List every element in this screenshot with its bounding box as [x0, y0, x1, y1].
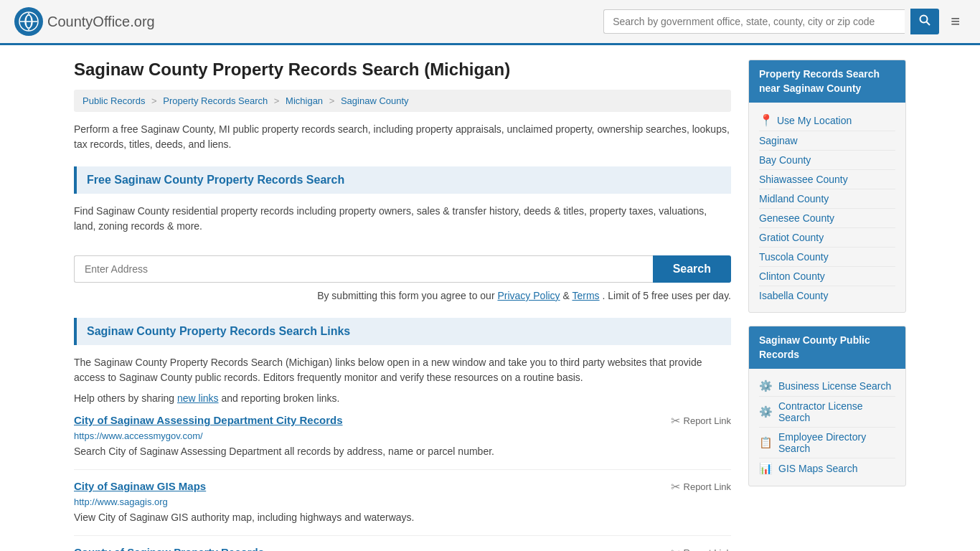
- sidebar-nearby-midland-county[interactable]: Midland County: [759, 189, 895, 209]
- link-url-1: https://www.accessmygov.com/: [74, 430, 731, 441]
- link-entry-1: City of Saginaw Assessing Department Cit…: [74, 414, 731, 470]
- nearby-box-title: Property Records Search near Saginaw Cou…: [749, 60, 905, 103]
- logo-area: CountyOffice.org: [14, 7, 155, 36]
- link-entry-header-2: City of Saginaw GIS Maps ✂ Report Link: [74, 480, 731, 494]
- breadcrumb-link-public-records[interactable]: Public Records: [83, 95, 145, 106]
- privacy-policy-link[interactable]: Privacy Policy: [497, 290, 560, 301]
- nearby-box: Property Records Search near Saginaw Cou…: [748, 60, 906, 313]
- content-area: Saginaw County Property Records Search (…: [74, 60, 731, 551]
- chart-icon: 📊: [759, 462, 773, 475]
- link-title-1[interactable]: City of Saginaw Assessing Department Cit…: [74, 414, 343, 426]
- sidebar-business-license-search[interactable]: ⚙️ Business License Search: [759, 376, 895, 397]
- logo-text: CountyOffice.org: [47, 14, 155, 30]
- address-search-row: Search: [74, 255, 731, 283]
- gear-icon-1: ⚙️: [759, 380, 773, 392]
- svg-line-4: [927, 22, 930, 26]
- public-records-box-body: ⚙️ Business License Search ⚙️ Contractor…: [749, 369, 905, 486]
- search-button[interactable]: Search: [653, 255, 731, 283]
- report-link-button-3[interactable]: ✂ Report Link: [671, 546, 731, 551]
- public-records-box: Saginaw County Public Records ⚙️ Busines…: [748, 326, 906, 486]
- gear-icon-2: ⚙️: [759, 405, 773, 418]
- page-title: Saginaw County Property Records Search (…: [74, 60, 731, 80]
- link-entry-3: County of Saginaw Property Records ✂ Rep…: [74, 546, 731, 551]
- report-link-button-1[interactable]: ✂ Report Link: [671, 414, 731, 428]
- links-section-header: Saginaw County Property Records Search L…: [74, 318, 731, 345]
- sidebar-contractor-license-search[interactable]: ⚙️ Contractor License Search: [759, 397, 895, 428]
- sidebar-gis-maps-search[interactable]: 📊 GIS Maps Search: [759, 458, 895, 479]
- free-search-section: Free Saginaw County Property Records Sea…: [74, 166, 731, 303]
- list-icon: 📋: [759, 436, 773, 449]
- report-icon-2: ✂: [671, 480, 680, 494]
- sidebar-nearby-gratiot-county[interactable]: Gratiot County: [759, 228, 895, 248]
- sidebar-nearby-shiawassee-county[interactable]: Shiawassee County: [759, 170, 895, 189]
- breadcrumb-link-michigan[interactable]: Michigan: [286, 95, 323, 106]
- sidebar-employee-directory-search[interactable]: 📋 Employee Directory Search: [759, 428, 895, 458]
- links-description: The Saginaw County Property Records Sear…: [74, 355, 731, 385]
- sidebar: Property Records Search near Saginaw Cou…: [748, 60, 906, 551]
- header-search-button[interactable]: [910, 9, 939, 34]
- logo-icon: [14, 7, 43, 36]
- link-entry-header-3: County of Saginaw Property Records ✂ Rep…: [74, 546, 731, 551]
- link-desc-1: Search City of Saginaw Assessing Departm…: [74, 444, 731, 459]
- header-search-area: ≡: [603, 9, 966, 34]
- free-search-description: Find Saginaw County residential property…: [74, 204, 731, 234]
- address-input[interactable]: [74, 255, 653, 283]
- share-line: Help others by sharing new links and rep…: [74, 392, 731, 404]
- main-container: Saginaw County Property Records Search (…: [60, 45, 920, 551]
- report-icon-1: ✂: [671, 414, 680, 428]
- terms-link[interactable]: Terms: [572, 290, 599, 301]
- use-my-location-link[interactable]: 📍 Use My Location: [759, 110, 895, 131]
- svg-point-3: [920, 16, 928, 23]
- sidebar-nearby-bay-county[interactable]: Bay County: [759, 151, 895, 170]
- sidebar-nearby-saginaw[interactable]: Saginaw: [759, 131, 895, 151]
- header-menu-button[interactable]: ≡: [945, 9, 966, 34]
- breadcrumb-link-saginaw-county[interactable]: Saginaw County: [341, 95, 409, 106]
- link-title-2[interactable]: City of Saginaw GIS Maps: [74, 480, 206, 492]
- report-link-button-2[interactable]: ✂ Report Link: [671, 480, 731, 494]
- site-header: CountyOffice.org ≡: [0, 0, 980, 45]
- breadcrumb-link-property-records-search[interactable]: Property Records Search: [163, 95, 268, 106]
- links-section: Saginaw County Property Records Search L…: [74, 318, 731, 551]
- link-entry-2: City of Saginaw GIS Maps ✂ Report Link h…: [74, 480, 731, 536]
- link-entry-header-1: City of Saginaw Assessing Department Cit…: [74, 414, 731, 428]
- public-records-box-title: Saginaw County Public Records: [749, 326, 905, 369]
- header-search-input[interactable]: [603, 9, 905, 34]
- link-title-3[interactable]: County of Saginaw Property Records: [74, 546, 264, 551]
- breadcrumb: Public Records > Property Records Search…: [74, 90, 731, 112]
- form-notice: By submitting this form you agree to our…: [74, 288, 731, 303]
- new-links-link[interactable]: new links: [177, 392, 219, 404]
- report-icon-3: ✂: [671, 546, 680, 551]
- page-description: Perform a free Saginaw County, MI public…: [74, 122, 731, 152]
- free-search-header: Free Saginaw County Property Records Sea…: [74, 166, 731, 194]
- link-url-2: http://www.sagagis.org: [74, 496, 731, 507]
- nearby-box-body: 📍 Use My Location Saginaw Bay County Shi…: [749, 103, 905, 312]
- pin-icon: 📍: [759, 113, 773, 127]
- link-desc-2: View City of Saginaw GIS authority map, …: [74, 510, 731, 525]
- sidebar-nearby-tuscola-county[interactable]: Tuscola County: [759, 248, 895, 267]
- sidebar-nearby-clinton-county[interactable]: Clinton County: [759, 267, 895, 286]
- sidebar-nearby-genesee-county[interactable]: Genesee County: [759, 209, 895, 228]
- sidebar-nearby-isabella-county[interactable]: Isabella County: [759, 286, 895, 305]
